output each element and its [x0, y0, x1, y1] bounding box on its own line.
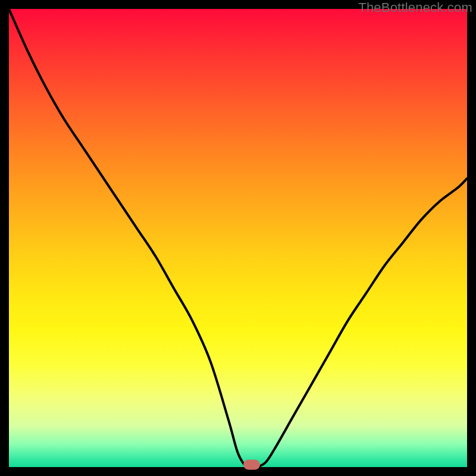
watermark-text: TheBottleneck.com	[358, 0, 472, 15]
bottleneck-curve	[9, 9, 467, 467]
plot-area	[9, 9, 467, 467]
bottleneck-minimum-marker	[243, 460, 260, 470]
chart-frame: TheBottleneck.com	[0, 0, 476, 476]
